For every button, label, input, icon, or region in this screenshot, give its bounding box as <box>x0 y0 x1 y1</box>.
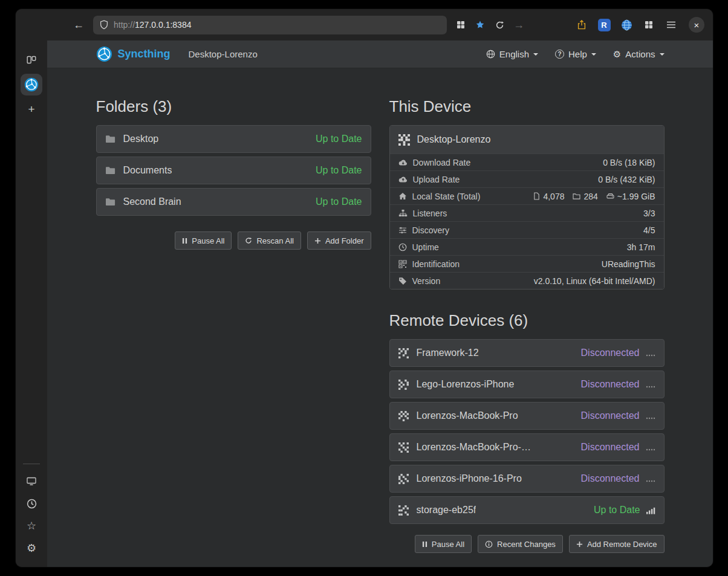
browser-titlebar: ← http://127.0.0.1:8384 → R <box>16 9 713 40</box>
local-state-bytes: ~1.99 GiB <box>617 192 655 201</box>
device-name: Lorenzos-MacBook-Pro <box>417 410 518 421</box>
folder-name: Second Brain <box>123 196 181 207</box>
sitemap-icon <box>398 209 408 217</box>
folders-heading: Folders (3) <box>96 97 371 115</box>
pause-icon <box>182 238 187 244</box>
tag-icon <box>398 277 407 285</box>
uptime-label: Uptime <box>412 242 439 252</box>
device-row[interactable]: Framework-12 Disconnected <box>389 339 665 367</box>
display-icon[interactable] <box>22 471 41 491</box>
cloud-download-icon <box>398 158 408 166</box>
clock-icon <box>398 243 407 251</box>
actions-menu[interactable]: ⚙ Actions <box>613 49 665 60</box>
listeners-row: Listeners 3/3 <box>390 204 664 221</box>
syncthing-content: Folders (3) Desktop Up to Date Documents… <box>47 68 713 567</box>
cloud-upload-icon <box>398 175 408 183</box>
device-row[interactable]: Lorenzos-iPhone-16-Pro Disconnected <box>389 465 665 493</box>
tab-tiling-icon[interactable] <box>452 16 469 33</box>
web-globe-icon[interactable] <box>618 16 635 33</box>
help-menu[interactable]: ? Help <box>555 49 596 60</box>
share-icon[interactable] <box>573 16 590 33</box>
upload-rate-row: Upload Rate 0 B/s (432 KiB) <box>390 170 664 187</box>
bookmark-star-icon[interactable] <box>472 16 489 33</box>
device-status: Disconnected <box>581 442 640 453</box>
device-name: Framework-12 <box>417 348 479 358</box>
signal-bars-icon <box>646 506 655 514</box>
security-shield-icon[interactable] <box>100 20 108 30</box>
device-row[interactable]: Lorenzos-MacBook-Pro Disconnected <box>389 402 665 430</box>
rescan-icon <box>245 237 252 244</box>
pause-all-folders-button[interactable]: Pause All <box>175 231 232 250</box>
device-row[interactable]: Lorenzos-MacBook-Pro-… Disconnected <box>389 433 665 461</box>
identification-value[interactable]: UReadingThis <box>602 259 655 269</box>
remote-devices-heading: Remote Devices (6) <box>389 311 665 329</box>
discovery-label: Discovery <box>412 225 449 235</box>
device-name: storage-eb25f <box>417 505 476 516</box>
listeners-value[interactable]: 3/3 <box>643 209 655 218</box>
help-menu-label: Help <box>568 49 587 59</box>
plus-icon <box>576 541 583 548</box>
folder-row[interactable]: Desktop Up to Date <box>96 125 371 153</box>
apps-grid-icon[interactable] <box>640 16 657 33</box>
folder-row[interactable]: Documents Up to Date <box>96 157 371 184</box>
this-device-header[interactable]: Desktop-Lorenzo <box>390 126 664 154</box>
discovery-value[interactable]: 4/5 <box>643 225 655 235</box>
tab-strip-bottom: ☆ ⚙ <box>22 459 41 567</box>
device-identicon <box>398 442 409 453</box>
tab-strip-divider <box>23 464 40 464</box>
device-identicon <box>398 380 409 390</box>
language-globe-icon <box>486 50 495 59</box>
this-device-panel: Desktop-Lorenzo Download Rate 0 B/s (18 … <box>389 125 665 290</box>
back-button[interactable]: ← <box>70 16 87 33</box>
help-glyph: ? <box>557 51 561 57</box>
signal-dots-icon <box>646 444 655 451</box>
folder-status: Up to Date <box>316 134 362 144</box>
forward-button[interactable]: → <box>510 16 527 33</box>
history-clock-icon[interactable] <box>22 494 41 513</box>
settings-gear-icon[interactable]: ⚙ <box>22 539 41 558</box>
version-label: Version <box>412 276 441 286</box>
recent-changes-button[interactable]: Recent Changes <box>478 535 563 553</box>
navbar-menus: English ? Help ⚙ Actions <box>486 49 665 60</box>
workspaces-icon[interactable] <box>21 49 42 71</box>
local-state-files: 4,078 <box>543 192 564 201</box>
pause-all-label: Pause All <box>432 540 464 549</box>
pause-icon <box>422 541 427 548</box>
sliders-icon <box>398 227 407 234</box>
add-folder-button[interactable]: Add Folder <box>307 231 371 250</box>
syncthing-logo-icon <box>24 77 39 92</box>
syncthing-logo-icon[interactable] <box>96 46 112 62</box>
identification-row: Identification UReadingThis <box>390 255 664 272</box>
tab-strip: + ☆ ⚙ <box>16 40 47 567</box>
device-name: Lego-Lorenzos-iPhone <box>417 379 515 390</box>
brand-name[interactable]: Syncthing <box>118 48 171 60</box>
device-identicon <box>398 505 409 516</box>
close-button[interactable]: × <box>689 17 704 33</box>
extension-r-glyph: R <box>598 19 611 31</box>
url-host: 127.0.0.1:8384 <box>135 20 191 30</box>
info-icon <box>485 540 493 548</box>
toolbar-right: R × <box>573 16 704 33</box>
device-name: Lorenzos-iPhone-16-Pro <box>417 473 522 484</box>
tab-syncthing[interactable] <box>21 74 42 95</box>
device-row[interactable]: Lego-Lorenzos-iPhone Disconnected <box>389 371 665 398</box>
bookmarks-star-icon[interactable]: ☆ <box>22 516 41 536</box>
rescan-all-button[interactable]: Rescan All <box>238 231 301 250</box>
browser-window: ← http://127.0.0.1:8384 → R <box>15 8 713 568</box>
folders-actions: Pause All Rescan All Add Folder <box>96 231 371 250</box>
new-tab-icon[interactable]: + <box>21 99 42 120</box>
add-remote-device-button[interactable]: Add Remote Device <box>569 535 665 553</box>
pause-all-devices-button[interactable]: Pause All <box>415 535 472 553</box>
reload-button[interactable] <box>491 16 508 33</box>
help-circle-icon: ? <box>555 50 564 59</box>
url-bar[interactable]: http://127.0.0.1:8384 <box>93 16 447 34</box>
folder-icon <box>105 166 115 175</box>
language-menu[interactable]: English <box>486 49 538 60</box>
device-name: Lorenzos-MacBook-Pro-… <box>417 442 531 453</box>
device-row[interactable]: storage-eb25f Up to Date <box>389 496 665 524</box>
extension-r-icon[interactable]: R <box>596 16 613 33</box>
hamburger-menu-icon[interactable] <box>663 16 680 33</box>
this-device-heading: This Device <box>389 97 665 115</box>
folder-row[interactable]: Second Brain Up to Date <box>96 188 371 216</box>
version-row: Version v2.0.10, Linux (64-bit Intel/AMD… <box>390 272 664 289</box>
